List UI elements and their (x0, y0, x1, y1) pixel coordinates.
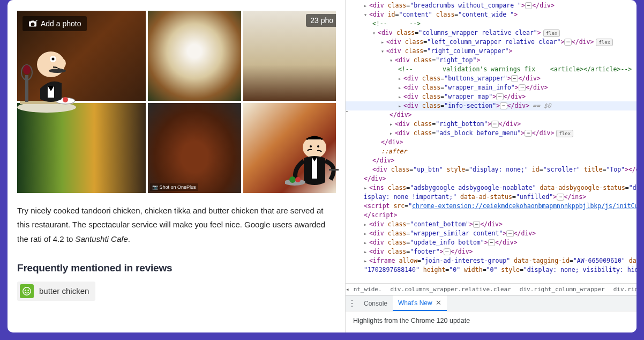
breadcrumb-item[interactable]: div.right_top (609, 286, 636, 293)
tab-console[interactable]: Console (358, 295, 393, 311)
shot-on-watermark: 📷 Shot on OnePlus (150, 183, 198, 191)
whats-new-highlight: Highlights from the Chrome 120 update (353, 317, 470, 324)
devtools-panel: ⋯ <div class="breadcrumbs without_compar… (345, 0, 636, 332)
elements-tree[interactable]: ⋯ <div class="breadcrumbs without_compar… (346, 0, 636, 283)
photo-tile-2[interactable] (148, 11, 241, 101)
svg-point-24 (28, 290, 29, 291)
expand-arrow-icon[interactable] (364, 256, 369, 265)
review-tag[interactable]: butter chicken (17, 282, 95, 301)
drawer-body: Highlights from the Chrome 120 update (346, 311, 636, 332)
svg-point-20 (295, 177, 301, 182)
svg-point-10 (52, 58, 55, 61)
svg-point-22 (23, 287, 31, 295)
breadcrumb-item[interactable]: div.right_column_wrapper (515, 286, 609, 293)
expand-arrow-icon[interactable] (364, 1, 369, 10)
extension-url-link[interactable]: chrome-extension://ceiekmdcekohaonbmapmn… (412, 202, 636, 210)
cartoon-waiter-right (285, 131, 344, 196)
expand-arrow-icon[interactable] (364, 247, 369, 256)
drawer-more-icon[interactable]: ⋮ (346, 298, 358, 308)
svg-point-12 (55, 58, 66, 69)
svg-point-16 (317, 145, 319, 147)
flex-badge[interactable]: flex (556, 130, 573, 137)
expand-arrow-icon[interactable] (398, 92, 403, 101)
expand-arrow-icon[interactable] (390, 56, 395, 65)
svg-point-4 (63, 97, 68, 102)
restaurant-description: Try nicely cooked tandoori chicken, chic… (17, 204, 335, 246)
breadcrumb-item[interactable]: div.columns_wrapper.relative.clear (386, 286, 515, 293)
selected-element[interactable]: <div class="info-section">⋯</div>== $0 (346, 101, 636, 110)
expand-arrow-icon[interactable] (381, 47, 386, 56)
expand-arrow-icon[interactable] (364, 229, 369, 238)
photo-count-badge[interactable]: 23 pho (306, 14, 336, 27)
review-tags: butter chicken (17, 282, 335, 301)
svg-rect-5 (25, 75, 28, 102)
svg-point-15 (310, 145, 312, 147)
expand-arrow-icon[interactable] (364, 183, 369, 193)
close-icon[interactable]: ✕ (436, 299, 441, 307)
smiley-icon (20, 284, 34, 298)
expand-arrow-icon[interactable] (364, 238, 369, 247)
flex-badge[interactable]: flex (543, 29, 560, 37)
frequently-mentioned-heading: Frequently mentioned in reviews (17, 262, 335, 274)
photo-tile-4[interactable] (17, 103, 146, 193)
expand-arrow-icon[interactable] (398, 74, 403, 83)
svg-point-7 (23, 65, 31, 75)
flex-badge[interactable]: flex (596, 39, 613, 46)
svg-rect-21 (329, 169, 339, 171)
expand-arrow-icon[interactable] (381, 38, 386, 47)
expand-arrow-icon[interactable] (364, 220, 369, 229)
expand-arrow-icon[interactable] (398, 83, 403, 92)
crumb-scroll-left-icon[interactable]: ◂ (346, 286, 349, 293)
svg-point-11 (49, 69, 66, 73)
photo-grid: + Add a photo 23 pho 📷 Shot on OnePlus (17, 11, 336, 193)
breadcrumb-bar: ◂ nt_wide. div.columns_wrapper.relative.… (346, 283, 636, 295)
tab-whats-new[interactable]: What's New ✕ (393, 295, 447, 311)
breadcrumb-item[interactable]: nt_wide. (349, 286, 386, 293)
camera-plus-icon: + (28, 20, 38, 27)
svg-text:+: + (36, 20, 38, 23)
expand-arrow-icon[interactable] (364, 10, 369, 19)
drawer-tabs: ⋮ Console What's New ✕ (346, 295, 636, 311)
svg-point-14 (303, 137, 326, 158)
svg-point-23 (25, 290, 26, 291)
review-tag-label: butter chicken (39, 286, 89, 295)
add-photo-label: Add a photo (41, 19, 81, 28)
expand-arrow-icon[interactable] (390, 120, 395, 129)
expand-arrow-icon[interactable] (390, 129, 395, 138)
photo-tile-5[interactable]: 📷 Shot on OnePlus (148, 103, 241, 193)
expand-arrow-icon[interactable] (372, 28, 378, 38)
photo-tile-3[interactable]: 23 pho (243, 11, 336, 101)
add-photo-button[interactable]: + Add a photo (23, 16, 87, 31)
cartoon-diner-left (14, 43, 79, 115)
expand-arrow-icon[interactable] (398, 101, 403, 110)
svg-point-19 (289, 176, 296, 183)
webpage-content: + Add a photo 23 pho 📷 Shot on OnePlus (8, 0, 345, 332)
